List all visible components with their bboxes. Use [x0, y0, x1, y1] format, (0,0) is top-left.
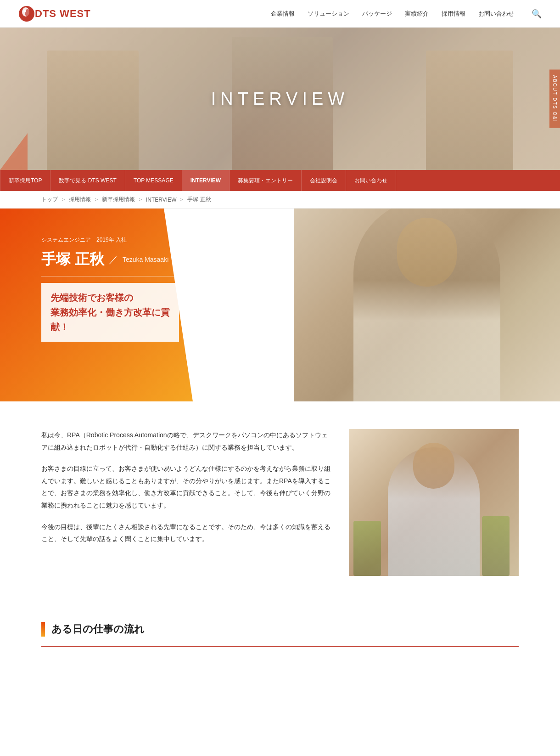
- breadcrumb-recruit[interactable]: 採用情報: [69, 196, 91, 203]
- sub-nav-item-top[interactable]: 新卒採用TOP: [0, 170, 50, 191]
- breadcrumb-interview[interactable]: INTERVIEW: [146, 197, 176, 203]
- breadcrumb-sep-4: ＞: [179, 196, 185, 203]
- svg-point-3: [23, 10, 26, 12]
- logo-icon: [18, 6, 35, 22]
- header: DTS WEST 企業情報 ソリューション パッケージ 実績紹介 採用情報 お問…: [0, 0, 560, 28]
- nav-item-company[interactable]: 企業情報: [271, 10, 295, 18]
- body-paragraph-2: お客さまの目線に立って、お客さまが使い易いようどんな仕様にするのかを考えながら業…: [41, 463, 330, 511]
- profile-photo-area: [294, 209, 560, 401]
- nav-item-contact[interactable]: お問い合わせ: [478, 10, 514, 18]
- breadcrumb-top[interactable]: トップ: [41, 196, 58, 203]
- logo[interactable]: DTS WEST: [18, 6, 91, 22]
- catchphrase-line2: 業務効率化・働き方改革に貢献！: [50, 305, 170, 334]
- main-content: システムエンジニア 2019年 入社 手塚 正秋 ／ Tezuka Masaak…: [0, 209, 560, 670]
- breadcrumb-sep-2: ＞: [94, 196, 99, 203]
- body-text: 私は今、RPA（Robotic Process Automationの略で、デス…: [41, 429, 330, 576]
- hero-title: INTERVIEW: [211, 89, 349, 109]
- section-divider: [41, 646, 519, 647]
- profile-photo: [294, 209, 560, 401]
- section-title-accent: [41, 622, 45, 637]
- nav-item-results[interactable]: 実績紹介: [405, 10, 429, 18]
- sub-nav: 新卒採用TOP 数字で見る DTS WEST TOP MESSAGE INTER…: [0, 170, 560, 191]
- catchphrase-line1: 先端技術でお客様の: [50, 290, 170, 305]
- body-paragraph-3: 今後の目標は、後輩にたくさん相談される先輩になることです。そのため、今は多くの知…: [41, 521, 330, 545]
- profile-name-ja: 手塚 正秋: [41, 249, 104, 270]
- hero-person-3: [426, 51, 513, 170]
- workflow-section: ある日の仕事の流れ: [0, 604, 560, 670]
- profile-name: 手塚 正秋 ／ Tezuka Masaaki: [41, 249, 179, 270]
- profile-tag: システムエンジニア 2019年 入社: [41, 236, 179, 244]
- body-section: 私は今、RPA（Robotic Process Automationの略で、デス…: [0, 401, 560, 604]
- profile-name-sep: ／: [109, 254, 118, 266]
- body-photo: [349, 429, 519, 576]
- hero-section: INTERVIEW ABOUT DTS O&I: [0, 28, 560, 170]
- breadcrumb-new-recruit[interactable]: 新卒採用情報: [102, 196, 135, 203]
- main-nav: 企業情報 ソリューション パッケージ 実績紹介 採用情報 お問い合わせ 🔍: [271, 9, 542, 19]
- section-title-bar: ある日の仕事の流れ: [41, 622, 519, 637]
- hero-side-tab: ABOUT DTS O&I: [549, 69, 560, 128]
- breadcrumb: トップ ＞ 採用情報 ＞ 新卒採用情報 ＞ INTERVIEW ＞ 手塚 正秋: [0, 191, 560, 209]
- breadcrumb-sep-3: ＞: [138, 196, 143, 203]
- breadcrumb-current: 手塚 正秋: [187, 196, 211, 203]
- profile-divider: [41, 276, 179, 276]
- search-icon[interactable]: 🔍: [532, 9, 542, 19]
- hero-person-1: [47, 51, 139, 170]
- logo-text: DTS WEST: [35, 8, 91, 20]
- body-paragraph-1: 私は今、RPA（Robotic Process Automationの略で、デス…: [41, 429, 330, 453]
- profile-section: システムエンジニア 2019年 入社 手塚 正秋 ／ Tezuka Masaak…: [0, 209, 560, 401]
- profile-catchphrase: 先端技術でお客様の 業務効率化・働き方改革に貢献！: [41, 283, 179, 342]
- sub-nav-item-top-message[interactable]: TOP MESSAGE: [125, 170, 182, 191]
- workflow-title: ある日の仕事の流れ: [51, 622, 145, 636]
- nav-item-solution[interactable]: ソリューション: [308, 10, 349, 18]
- sub-nav-item-interview[interactable]: INTERVIEW: [182, 170, 230, 191]
- nav-item-package[interactable]: パッケージ: [362, 10, 392, 18]
- profile-left: システムエンジニア 2019年 入社 手塚 正秋 ／ Tezuka Masaak…: [0, 209, 197, 401]
- sub-nav-item-contact[interactable]: お問い合わせ: [346, 170, 396, 191]
- sub-nav-item-numbers[interactable]: 数字で見る DTS WEST: [50, 170, 125, 191]
- breadcrumb-sep-1: ＞: [61, 196, 66, 203]
- nav-item-recruit[interactable]: 採用情報: [442, 10, 465, 18]
- hero-triangle-left: [0, 133, 28, 170]
- sub-nav-item-entry[interactable]: 募集要項・エントリー: [230, 170, 302, 191]
- profile-name-en: Tezuka Masaaki: [123, 256, 168, 263]
- sub-nav-item-briefing[interactable]: 会社説明会: [302, 170, 346, 191]
